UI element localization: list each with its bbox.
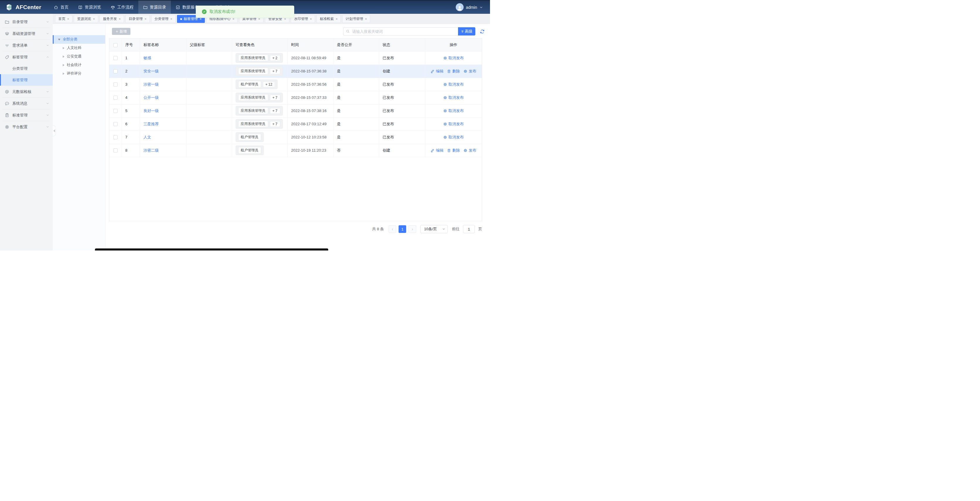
triangle-right-icon <box>63 47 64 49</box>
book-icon <box>78 5 83 10</box>
tab[interactable]: 目录管理× <box>126 15 150 23</box>
tag-name-link[interactable]: 涉密二级 <box>143 148 159 153</box>
tag-name-link[interactable]: 人文 <box>143 135 151 139</box>
action-edit[interactable]: 编辑 <box>431 148 444 153</box>
checkbox-cell <box>109 117 122 131</box>
gear-icon <box>463 69 468 73</box>
row-checkbox[interactable] <box>113 83 118 86</box>
add-button[interactable]: + 新增 <box>112 28 130 35</box>
sidebar-item[interactable]: 目录管理 <box>0 16 53 27</box>
sidebar-subitem[interactable]: 分类管理 <box>0 63 53 74</box>
action-unpublish[interactable]: 取消发布 <box>443 135 464 140</box>
tag-name-link[interactable]: 三星推荐 <box>143 122 159 126</box>
sidebar-subitem-active[interactable]: 标签管理 <box>0 74 53 86</box>
actions-cell: 编辑删除发布 <box>425 144 482 157</box>
nav-item-1[interactable]: 首页 <box>49 1 73 14</box>
tree-node[interactable]: 公安交通 <box>53 52 105 61</box>
tag-name-link[interactable]: 涉密一级 <box>143 82 159 86</box>
index-cell: 7 <box>122 131 140 144</box>
goto-page-input[interactable] <box>463 225 475 233</box>
action-publish[interactable]: 发布 <box>463 148 476 153</box>
page-number-1[interactable]: 1 <box>399 225 406 233</box>
parent-tag-cell <box>186 51 232 65</box>
select-all-checkbox[interactable] <box>113 43 118 47</box>
tree-node[interactable]: 社会统计 <box>53 61 105 69</box>
tab-close-icon[interactable]: × <box>67 17 69 21</box>
action-publish[interactable]: 发布 <box>463 69 476 74</box>
status-cell: 创建 <box>379 144 425 157</box>
tab-close-icon[interactable]: × <box>119 17 121 21</box>
user-menu[interactable]: admin <box>449 1 490 14</box>
tab[interactable]: 水印管理× <box>291 15 315 23</box>
row-checkbox[interactable] <box>113 96 118 100</box>
tag-name-link[interactable]: 良好一级 <box>143 108 159 113</box>
column-header: 序号 <box>122 39 140 51</box>
tab-close-icon[interactable]: × <box>145 17 146 21</box>
advanced-search-button[interactable]: 高级 <box>458 27 475 35</box>
table-row: 5良好一级应用系统管理员+ 72022-08-15 07:38:16是已发布取消… <box>109 104 482 117</box>
action-edit[interactable]: 编辑 <box>431 69 444 74</box>
roles-cell: 应用系统管理员+ 7 <box>232 104 288 117</box>
table-header-row: 序号标签名称父级标签可查看角色时间是否公开状态操作 <box>109 39 482 51</box>
tab-close-icon[interactable]: × <box>310 17 312 21</box>
row-checkbox[interactable] <box>113 56 118 60</box>
tab[interactable]: 服务开发× <box>100 15 124 23</box>
tree-node[interactable]: 评价评分 <box>53 69 105 78</box>
nav-item-4[interactable]: 资源目录 <box>138 1 171 14</box>
action-unpublish[interactable]: 取消发布 <box>443 121 464 127</box>
database-icon <box>175 5 180 10</box>
tab-close-icon[interactable]: × <box>336 17 337 21</box>
tag-name-link[interactable]: 公开一级 <box>143 95 159 100</box>
role-group: 应用系统管理员+ 7 <box>235 66 283 76</box>
tab-close-icon[interactable]: × <box>93 17 95 21</box>
sidebar-item[interactable]: 标准管理 <box>0 109 53 121</box>
action-unpublish[interactable]: 取消发布 <box>443 82 464 87</box>
sidebar-item[interactable]: 平台配置 <box>0 121 53 132</box>
role-more-badge: + 7 <box>270 69 280 74</box>
sidebar-item[interactable]: 系统消息 <box>0 98 53 109</box>
next-page-button[interactable]: › <box>409 225 416 233</box>
row-checkbox[interactable] <box>113 109 118 113</box>
action-delete[interactable]: 删除 <box>447 148 460 153</box>
action-unpublish[interactable]: 取消发布 <box>443 95 464 101</box>
toolbar: + 新增 <box>105 24 490 35</box>
sidebar-collapse-handle[interactable] <box>53 125 56 136</box>
action-unpublish[interactable]: 取消发布 <box>443 108 464 113</box>
role-group: 租户管理员 <box>235 145 264 155</box>
nav-item-2[interactable]: 资源浏览 <box>73 1 106 14</box>
tab[interactable]: 首页× <box>55 15 72 23</box>
tab-close-icon[interactable]: × <box>365 17 367 21</box>
nav-item-3[interactable]: 工作流程 <box>106 1 138 14</box>
tag-name-link[interactable]: 敏感 <box>143 56 151 60</box>
action-delete[interactable]: 删除 <box>447 69 460 74</box>
sidebar-item[interactable]: 需求清单 <box>0 40 53 51</box>
tab[interactable]: 资源浏览× <box>74 15 98 23</box>
row-checkbox[interactable] <box>113 69 118 73</box>
tag-name-cell: 良好一级 <box>140 104 186 117</box>
sidebar-item[interactable]: 标签管理 <box>0 51 53 63</box>
index-cell: 2 <box>122 65 140 78</box>
tree-node[interactable]: 人文社科 <box>53 44 105 52</box>
app-logo[interactable]: AFCenter <box>0 1 49 14</box>
prev-page-button[interactable]: ‹ <box>388 225 396 233</box>
tag-name-link[interactable]: 安全一级 <box>143 69 159 73</box>
time-cell: 2022-08-15 07:38:16 <box>288 104 333 117</box>
page-size-select[interactable]: 10条/页 <box>420 225 448 233</box>
row-checkbox[interactable] <box>113 122 118 126</box>
row-checkbox[interactable] <box>113 135 118 139</box>
sidebar-item[interactable]: 基础资源管理 <box>0 28 53 39</box>
role-group: 应用系统管理员+ 2 <box>235 53 283 63</box>
tag-name-cell: 涉密二级 <box>140 144 186 157</box>
sidebar-item[interactable]: 元数据检核 <box>0 86 53 97</box>
action-unpublish[interactable]: 取消发布 <box>443 56 464 61</box>
refresh-icon[interactable] <box>480 29 485 34</box>
roles-cell: 应用系统管理员+ 7 <box>232 91 288 104</box>
pencil-icon <box>431 148 434 153</box>
tab-close-icon[interactable]: × <box>170 17 172 21</box>
row-checkbox[interactable] <box>113 148 118 153</box>
tree-node-root[interactable]: 全部分类 <box>53 35 105 44</box>
tab[interactable]: 计划书管理× <box>342 15 370 23</box>
tab[interactable]: 标准检索× <box>317 15 341 23</box>
search-input[interactable] <box>343 27 458 35</box>
tab[interactable]: 分类管理× <box>151 15 175 23</box>
